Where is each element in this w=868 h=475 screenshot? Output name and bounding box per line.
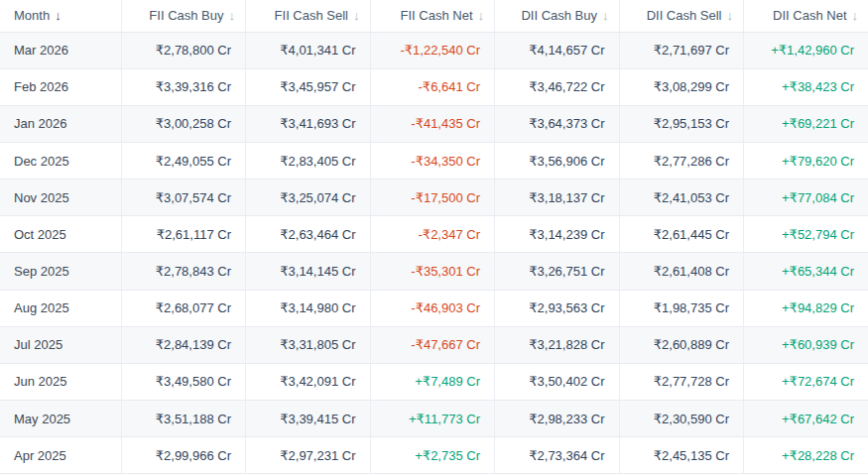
cell-fii_net: -₹1,22,540 Cr: [370, 32, 495, 68]
cell-fii_buy: ₹3,00,258 Cr: [121, 105, 246, 142]
cell-dii_sell: ₹3,08,299 Cr: [619, 68, 744, 105]
cell-fii_net: -₹46,903 Cr: [370, 290, 495, 326]
cell-fii_buy: ₹2,84,139 Cr: [121, 326, 246, 363]
cell-fii_sell: ₹3,31,805 Cr: [246, 326, 371, 363]
cell-fii_buy: ₹3,49,580 Cr: [121, 363, 246, 400]
cell-dii_sell: ₹2,45,135 Cr: [619, 437, 744, 474]
column-header-fii_buy[interactable]: FII Cash Buy↓: [121, 0, 246, 32]
cell-fii_sell: ₹3,14,980 Cr: [246, 290, 371, 326]
cell-dii_sell: ₹1,98,735 Cr: [619, 290, 744, 326]
cell-dii_buy: ₹3,46,722 Cr: [495, 68, 620, 105]
cell-month: Dec 2025: [0, 142, 121, 178]
cell-fii_sell: ₹2,97,231 Cr: [246, 437, 371, 474]
cell-dii_buy: ₹3,56,906 Cr: [495, 142, 620, 178]
cell-dii_sell: ₹2,77,728 Cr: [619, 363, 744, 400]
cell-dii_net: +₹52,794 Cr: [744, 216, 868, 253]
cell-dii_net: +₹65,344 Cr: [744, 253, 868, 290]
cell-fii_net: +₹2,735 Cr: [370, 437, 495, 474]
table-row: Feb 2026₹3,39,316 Cr₹3,45,957 Cr-₹6,641 …: [0, 68, 868, 105]
cell-dii_net: +₹28,228 Cr: [744, 437, 868, 474]
cell-dii_buy: ₹2,73,364 Cr: [495, 437, 620, 474]
cell-fii_sell: ₹2,63,464 Cr: [246, 216, 371, 253]
cell-fii_buy: ₹3,39,316 Cr: [121, 68, 246, 105]
table-row: Jul 2025₹2,84,139 Cr₹3,31,805 Cr-₹47,667…: [0, 326, 868, 363]
cell-dii_buy: ₹4,14,657 Cr: [495, 32, 620, 68]
column-header-fii_sell[interactable]: FII Cash Sell↓: [246, 0, 371, 32]
cell-fii_net: +₹7,489 Cr: [370, 363, 495, 400]
cell-fii_buy: ₹2,61,117 Cr: [121, 216, 246, 253]
column-header-dii_sell[interactable]: DII Cash Sell↓: [619, 0, 744, 32]
cell-fii_sell: ₹2,83,405 Cr: [246, 142, 371, 178]
cell-dii_buy: ₹3,26,751 Cr: [495, 253, 620, 290]
column-header-label: DII Cash Buy: [521, 8, 597, 23]
table-row: May 2025₹3,51,188 Cr₹3,39,415 Cr+₹11,773…: [0, 401, 868, 437]
cell-dii_sell: ₹2,71,697 Cr: [619, 32, 744, 68]
column-header-label: DII Cash Net: [773, 8, 846, 23]
column-header-label: FII Cash Net: [401, 8, 473, 23]
cell-dii_buy: ₹3,64,373 Cr: [495, 105, 620, 142]
cell-dii_sell: ₹2,61,445 Cr: [619, 216, 744, 253]
cell-fii_sell: ₹4,01,341 Cr: [246, 32, 371, 68]
cell-dii_sell: ₹2,41,053 Cr: [619, 179, 744, 216]
cell-dii_buy: ₹3,50,402 Cr: [495, 363, 620, 400]
cell-dii_sell: ₹2,77,286 Cr: [619, 142, 744, 178]
cell-dii_buy: ₹2,98,233 Cr: [495, 401, 620, 437]
cell-fii_net: -₹2,347 Cr: [370, 216, 495, 253]
cell-dii_net: +₹67,642 Cr: [744, 401, 868, 437]
cell-month: Jul 2025: [0, 326, 121, 363]
table-row: Oct 2025₹2,61,117 Cr₹2,63,464 Cr-₹2,347 …: [0, 216, 868, 253]
column-header-label: FII Cash Buy: [149, 8, 223, 23]
table-body: Mar 2026₹2,78,800 Cr₹4,01,341 Cr-₹1,22,5…: [0, 32, 868, 474]
column-header-label: DII Cash Sell: [647, 8, 722, 23]
cell-fii_net: -₹47,667 Cr: [370, 326, 495, 363]
table-header: Month↓FII Cash Buy↓FII Cash Sell↓FII Cas…: [0, 0, 868, 32]
cell-dii_net: +₹60,939 Cr: [744, 326, 868, 363]
column-header-dii_net[interactable]: DII Cash Net↓: [744, 0, 868, 32]
table-row: Dec 2025₹2,49,055 Cr₹2,83,405 Cr-₹34,350…: [0, 142, 868, 178]
cell-dii_sell: ₹2,95,153 Cr: [619, 105, 744, 142]
cell-fii_sell: ₹3,25,074 Cr: [246, 179, 371, 216]
cell-fii_sell: ₹3,41,693 Cr: [246, 105, 371, 142]
cell-dii_sell: ₹2,60,889 Cr: [619, 326, 744, 363]
cell-month: Sep 2025: [0, 253, 121, 290]
cell-month: Nov 2025: [0, 179, 121, 216]
table-row: Jun 2025₹3,49,580 Cr₹3,42,091 Cr+₹7,489 …: [0, 363, 868, 400]
cell-fii_net: -₹34,350 Cr: [370, 142, 495, 178]
cell-fii_net: -₹35,301 Cr: [370, 253, 495, 290]
table-row: Mar 2026₹2,78,800 Cr₹4,01,341 Cr-₹1,22,5…: [0, 32, 868, 68]
column-header-label: FII Cash Sell: [275, 8, 348, 23]
cell-fii_sell: ₹3,39,415 Cr: [246, 401, 371, 437]
cell-dii_buy: ₹3,18,137 Cr: [495, 179, 620, 216]
cell-dii_buy: ₹2,93,563 Cr: [495, 290, 620, 326]
cell-dii_net: +₹79,620 Cr: [744, 142, 868, 178]
sort-descending-icon: ↓: [727, 8, 734, 23]
cell-fii_net: -₹41,435 Cr: [370, 105, 495, 142]
cell-month: Aug 2025: [0, 290, 121, 326]
cell-dii_net: +₹38,423 Cr: [744, 68, 868, 105]
cell-dii_net: +₹69,221 Cr: [744, 105, 868, 142]
column-header-month[interactable]: Month↓: [0, 0, 121, 32]
column-header-dii_buy[interactable]: DII Cash Buy↓: [495, 0, 620, 32]
table-row: Jan 2026₹3,00,258 Cr₹3,41,693 Cr-₹41,435…: [0, 105, 868, 142]
table-row: Apr 2025₹2,99,966 Cr₹2,97,231 Cr+₹2,735 …: [0, 437, 868, 474]
cell-month: Feb 2026: [0, 68, 121, 105]
sort-descending-icon: ↓: [852, 8, 859, 23]
column-header-label: Month: [14, 8, 50, 23]
cell-fii_net: -₹6,641 Cr: [370, 68, 495, 105]
sort-descending-icon: ↓: [353, 8, 360, 23]
table-row: Aug 2025₹2,68,077 Cr₹3,14,980 Cr-₹46,903…: [0, 290, 868, 326]
cell-dii_net: +₹1,42,960 Cr: [744, 32, 868, 68]
sort-descending-icon: ↓: [478, 8, 485, 23]
cell-month: Oct 2025: [0, 216, 121, 253]
column-header-fii_net[interactable]: FII Cash Net↓: [370, 0, 495, 32]
cell-dii_sell: ₹2,61,408 Cr: [619, 253, 744, 290]
table-row: Sep 2025₹2,78,843 Cr₹3,14,145 Cr-₹35,301…: [0, 253, 868, 290]
cell-fii_sell: ₹3,14,145 Cr: [246, 253, 371, 290]
cell-fii_buy: ₹2,68,077 Cr: [121, 290, 246, 326]
cell-fii_buy: ₹2,78,843 Cr: [121, 253, 246, 290]
cell-month: Apr 2025: [0, 437, 121, 474]
cell-month: May 2025: [0, 401, 121, 437]
cell-fii_net: -₹17,500 Cr: [370, 179, 495, 216]
cell-fii_sell: ₹3,42,091 Cr: [246, 363, 371, 400]
cell-month: Jan 2026: [0, 105, 121, 142]
